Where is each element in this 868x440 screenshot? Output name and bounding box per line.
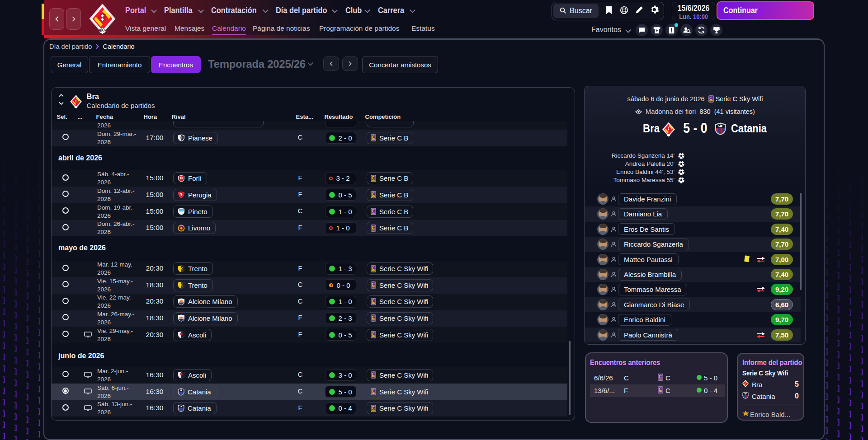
svg-text:BRA: BRA [99, 29, 106, 32]
